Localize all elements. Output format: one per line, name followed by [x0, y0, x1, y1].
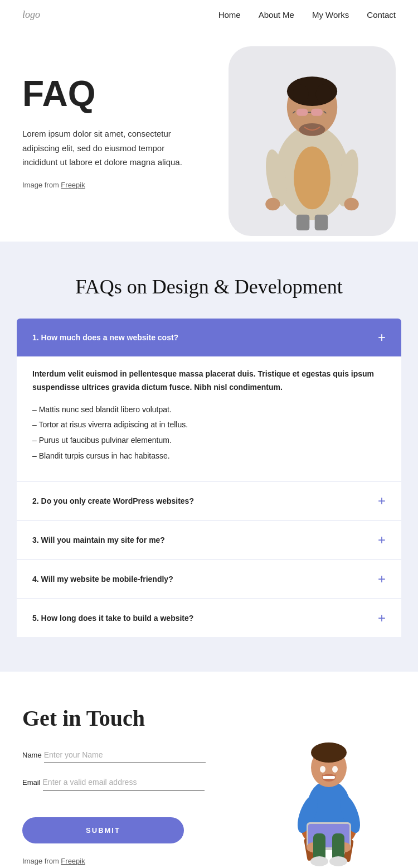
svg-rect-7 — [311, 109, 323, 116]
faq-item-5: 5. How long does it take to build a webs… — [17, 599, 401, 637]
faq-plus-icon-1: + — [378, 331, 386, 344]
hero-section: FAQ Lorem ipsum dolor sit amet, consecte… — [0, 30, 418, 242]
faq-section: FAQs on Design & Development 1. How much… — [0, 242, 418, 672]
nav-links: Home About Me My Works Contact — [218, 10, 396, 20]
faq-list-item: Blandit turpis cursus in hac habitasse. — [32, 450, 386, 463]
contact-title: Get in Touch — [22, 705, 240, 731]
faq-list-item: Mattis nunc sed blandit libero volutpat. — [32, 403, 386, 417]
contact-person-illustration — [273, 722, 385, 867]
hero-description: Lorem ipsum dolor sit amet, consectetur … — [22, 127, 195, 170]
svg-point-1 — [294, 146, 330, 209]
hero-title: FAQ — [22, 74, 229, 113]
nav-works[interactable]: My Works — [312, 10, 349, 20]
faq-question-label-5: 5. How long does it take to build a webs… — [32, 614, 193, 623]
faq-plus-icon-3: + — [378, 533, 386, 547]
svg-point-23 — [311, 742, 347, 763]
contact-name-field: Name — [22, 747, 240, 763]
svg-point-24 — [320, 766, 325, 773]
svg-point-4 — [293, 84, 308, 103]
faq-list-item: Purus ut faucibus pulvinar elementum. — [32, 434, 386, 447]
navbar: logo Home About Me My Works Contact — [0, 0, 418, 30]
faq-question-2[interactable]: 2. Do you only create WordPress websites… — [17, 482, 401, 520]
faq-question-label-2: 2. Do you only create WordPress websites… — [32, 496, 194, 505]
faq-plus-icon-2: + — [378, 494, 386, 508]
svg-rect-27 — [323, 776, 335, 779]
contact-email-input[interactable] — [43, 774, 205, 790]
faq-question-label-4: 4. Will my website be mobile-friendly? — [32, 575, 173, 584]
contact-name-label: Name — [22, 751, 42, 759]
faq-list-item: Tortor at risus viverra adipiscing at in… — [32, 418, 386, 432]
hero-image — [229, 46, 396, 236]
faq-item-2: 2. Do you only create WordPress websites… — [17, 482, 401, 520]
hero-freepik-link[interactable]: Freepik — [61, 181, 85, 189]
contact-image-credit: Image from Freepik — [22, 857, 240, 865]
hero-text: FAQ Lorem ipsum dolor sit amet, consecte… — [22, 52, 229, 189]
faq-plus-icon-4: + — [378, 572, 386, 586]
contact-freepik-link[interactable]: Freepik — [61, 857, 85, 865]
contact-illustration — [262, 705, 396, 867]
contact-email-label: Email — [22, 778, 41, 787]
contact-left: Get in Touch Name Email SUBMIT Image fro… — [22, 705, 240, 865]
svg-point-36 — [310, 856, 328, 866]
hero-image-credit: Image from Freepik — [22, 181, 229, 189]
faq-section-title: FAQs on Design & Development — [17, 275, 401, 298]
faq-question-3[interactable]: 3. Will you maintain my site for me? + — [17, 521, 401, 559]
contact-section: Get in Touch Name Email SUBMIT Image fro… — [0, 672, 418, 868]
svg-point-25 — [332, 766, 338, 773]
faq-question-label-1: 1. How much does a new website cost? — [32, 333, 178, 342]
contact-name-input[interactable] — [44, 747, 206, 763]
faq-list: 1. How much does a new website cost? + I… — [17, 319, 401, 638]
svg-rect-17 — [315, 215, 328, 230]
contact-submit-button[interactable]: SUBMIT — [22, 817, 184, 843]
faq-item-4: 4. Will my website be mobile-friendly? + — [17, 560, 401, 598]
faq-item-3: 3. Will you maintain my site for me? + — [17, 521, 401, 559]
contact-email-field: Email — [22, 774, 240, 790]
faq-plus-icon-5: + — [378, 611, 386, 625]
nav-contact[interactable]: Contact — [367, 10, 396, 20]
svg-point-14 — [265, 198, 280, 211]
svg-point-15 — [344, 198, 358, 211]
svg-point-5 — [316, 84, 332, 103]
svg-rect-6 — [297, 109, 308, 116]
faq-answer-1: Interdum velit euismod in pellentesque m… — [17, 356, 401, 481]
nav-about[interactable]: About Me — [259, 10, 294, 20]
faq-answer-list-1: Mattis nunc sed blandit libero volutpat.… — [32, 403, 386, 463]
faq-question-5[interactable]: 5. How long does it take to build a webs… — [17, 599, 401, 637]
svg-rect-16 — [297, 215, 310, 230]
faq-item-1: 1. How much does a new website cost? + I… — [17, 319, 401, 481]
faq-question-label-3: 3. Will you maintain my site for me? — [32, 536, 165, 544]
faq-question-4[interactable]: 4. Will my website be mobile-friendly? + — [17, 560, 401, 598]
hero-person-illustration — [240, 52, 385, 230]
faq-question-1[interactable]: 1. How much does a new website cost? + — [17, 319, 401, 356]
faq-answer-bold-1: Interdum velit euismod in pellentesque m… — [32, 368, 386, 394]
logo: logo — [22, 9, 40, 21]
nav-home[interactable]: Home — [218, 10, 241, 20]
svg-point-37 — [329, 856, 347, 866]
